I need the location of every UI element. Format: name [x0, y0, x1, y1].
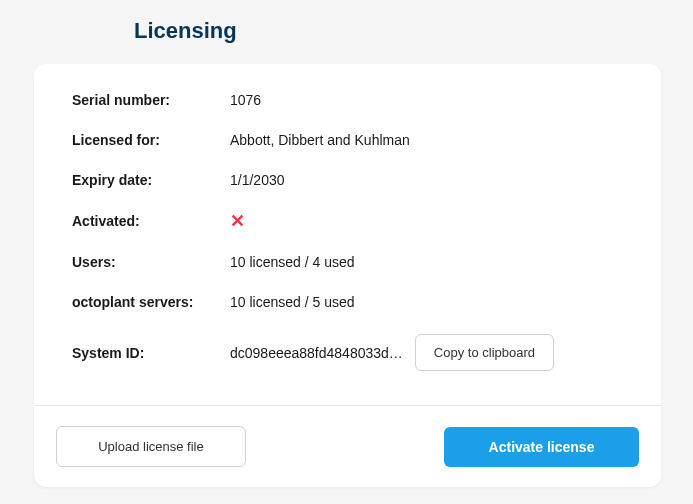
- license-details: Serial number: 1076 Licensed for: Abbott…: [34, 64, 661, 405]
- copy-to-clipboard-button[interactable]: Copy to clipboard: [415, 334, 554, 371]
- page-title: Licensing: [134, 18, 693, 44]
- license-card: Serial number: 1076 Licensed for: Abbott…: [34, 64, 661, 487]
- licensed-for-value: Abbott, Dibbert and Kuhlman: [230, 132, 623, 148]
- activated-label: Activated:: [72, 213, 230, 229]
- system-id-value: dc098eeea88fd4848033d…: [230, 345, 403, 361]
- servers-row: octoplant servers: 10 licensed / 5 used: [72, 294, 623, 310]
- users-label: Users:: [72, 254, 230, 270]
- serial-value: 1076: [230, 92, 623, 108]
- users-value: 10 licensed / 4 used: [230, 254, 623, 270]
- x-icon: ✕: [230, 211, 245, 231]
- licensed-for-row: Licensed for: Abbott, Dibbert and Kuhlma…: [72, 132, 623, 148]
- expiry-label: Expiry date:: [72, 172, 230, 188]
- serial-row: Serial number: 1076: [72, 92, 623, 108]
- expiry-row: Expiry date: 1/1/2030: [72, 172, 623, 188]
- users-row: Users: 10 licensed / 4 used: [72, 254, 623, 270]
- serial-label: Serial number:: [72, 92, 230, 108]
- licensed-for-label: Licensed for:: [72, 132, 230, 148]
- activate-license-button[interactable]: Activate license: [444, 427, 639, 467]
- card-footer: Upload license file Activate license: [34, 405, 661, 487]
- servers-value: 10 licensed / 5 used: [230, 294, 623, 310]
- activated-value: ✕: [230, 212, 623, 230]
- upload-license-button[interactable]: Upload license file: [56, 426, 246, 467]
- page-header: Licensing: [0, 0, 693, 64]
- expiry-value: 1/1/2030: [230, 172, 623, 188]
- system-id-row: System ID: dc098eeea88fd4848033d… Copy t…: [72, 334, 623, 371]
- system-id-label: System ID:: [72, 345, 230, 361]
- servers-label: octoplant servers:: [72, 294, 230, 310]
- activated-row: Activated: ✕: [72, 212, 623, 230]
